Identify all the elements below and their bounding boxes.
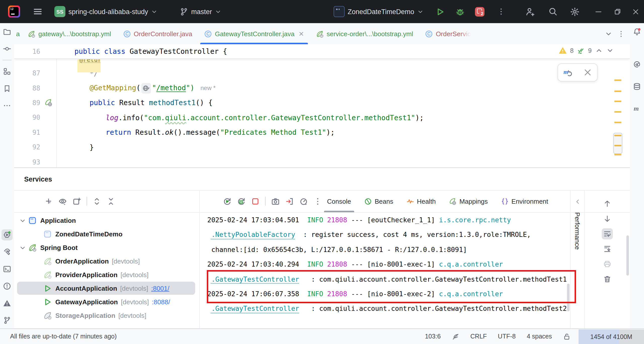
- search-everywhere-button[interactable]: [548, 0, 557, 23]
- warning-stripe-mark[interactable]: [614, 111, 621, 113]
- console-action-arrow-up[interactable]: [602, 198, 613, 209]
- service-url-link[interactable]: :8088/: [152, 298, 170, 306]
- warning-triangle-icon[interactable]: [559, 47, 567, 54]
- warning-stripe-mark[interactable]: [614, 154, 621, 155]
- stop-button[interactable]: 2: [475, 0, 485, 23]
- more-actions-button[interactable]: [497, 0, 505, 23]
- toolbar-eye[interactable]: [58, 197, 67, 205]
- sidebar-item-warning-filled[interactable]: [2, 298, 13, 309]
- sidebar-item-notifications-bell[interactable]: [631, 26, 642, 37]
- toolbar-exit-arrow[interactable]: [285, 197, 294, 205]
- run-configuration-widget[interactable]: ZonedDateTimeDemo: [334, 0, 424, 23]
- tree-row-providerapplication[interactable]: ProviderApplication[devtools]: [14, 268, 199, 282]
- sidebar-item-terminal[interactable]: [2, 264, 13, 275]
- toolbar-collapse-all[interactable]: [107, 197, 115, 205]
- code-editor[interactable]: 16public class GatewayTestController { @…: [14, 44, 630, 167]
- tree-row-spring boot[interactable]: Spring Boot: [14, 241, 199, 254]
- console-tab-console[interactable]: Console: [327, 190, 351, 212]
- toolbar-add[interactable]: [44, 197, 53, 205]
- status-item[interactable]: CRLF: [470, 333, 487, 340]
- chevron-down-icon[interactable]: [19, 244, 26, 251]
- toolbar-gauge[interactable]: [299, 197, 308, 205]
- debug-button[interactable]: [455, 0, 465, 23]
- sidebar-item-project-folder[interactable]: [2, 26, 13, 37]
- url-inlay[interactable]: [141, 83, 151, 93]
- console-scrollbar[interactable]: [567, 284, 570, 311]
- memory-indicator[interactable]: 1454 of 4100M: [579, 329, 644, 344]
- console-output[interactable]: 2025-02-24 17:03:04.501 INFO 21808 --- […: [200, 213, 571, 329]
- status-message[interactable]: All files are up-to-date (7 minutes ago): [10, 329, 117, 344]
- settings-button[interactable]: [570, 0, 580, 23]
- inspections-widget[interactable]: 89: [559, 47, 614, 54]
- sidebar-item-more-horizontal[interactable]: [2, 100, 13, 111]
- maven-reload-popup[interactable]: m: [557, 63, 598, 81]
- console-action-arrow-down[interactable]: [602, 213, 613, 224]
- minimize-button[interactable]: [595, 0, 602, 23]
- run-button[interactable]: [435, 0, 445, 23]
- sidebar-item-database[interactable]: [631, 81, 642, 92]
- console-tab-beans[interactable]: Beans: [364, 190, 393, 212]
- chevron-left-icon[interactable]: [574, 198, 581, 205]
- service-url-link[interactable]: :8001/: [151, 285, 169, 292]
- toolbar-kebab-menu[interactable]: [313, 197, 322, 205]
- tabbar-chevron-down[interactable]: [605, 30, 612, 37]
- restore-button[interactable]: [614, 0, 621, 23]
- sidebar-item-maven[interactable]: m: [631, 103, 642, 114]
- editor-tab[interactable]: COrderController.java: [117, 23, 198, 44]
- sidebar-item-ai-assistant[interactable]: [631, 59, 642, 70]
- toolbar-rerun[interactable]: [223, 197, 231, 205]
- sidebar-item-commit[interactable]: [2, 43, 13, 54]
- editor-tab[interactable]: COrderServic: [419, 23, 477, 44]
- editor-tab[interactable]: service-order\...\bootstrap.yml: [310, 23, 419, 44]
- check-squiggle-icon[interactable]: [577, 47, 585, 54]
- logger-link[interactable]: .GatewayTestController: [211, 275, 299, 283]
- status-item[interactable]: UTF-8: [498, 333, 516, 340]
- sidebar-item-problems-circle[interactable]: [2, 281, 13, 292]
- tree-row-application[interactable]: Application: [14, 214, 199, 227]
- sidebar-item-bookmarks[interactable]: [2, 83, 13, 94]
- main-menu-button[interactable]: [33, 0, 42, 23]
- warning-stripe-mark[interactable]: [614, 101, 621, 102]
- chevron-down-icon[interactable]: [19, 217, 26, 224]
- sidebar-item-build-hammer[interactable]: [2, 246, 13, 257]
- tree-row-gatewayapplication[interactable]: GatewayApplication[devtools]:8088/: [14, 295, 199, 309]
- editor-scrollbar[interactable]: [613, 133, 622, 154]
- toolbar-rerun-debug[interactable]: [237, 197, 246, 205]
- leaf-globe-icon[interactable]: [44, 99, 52, 107]
- console-action-soft-wrap[interactable]: [602, 228, 613, 239]
- console-action-trash[interactable]: [602, 274, 613, 285]
- close-button[interactable]: [632, 0, 639, 23]
- editor-tab[interactable]: CGatewayTestController.java✕: [198, 23, 310, 44]
- vcs-widget[interactable]: master: [180, 0, 222, 23]
- logger-link[interactable]: .NettyPoolableFactory: [211, 231, 295, 239]
- status-highlighting-level[interactable]: [452, 333, 459, 340]
- toolbar-stop[interactable]: [251, 197, 260, 205]
- tree-row-storageapplication[interactable]: StorageApplication[devtools]: [14, 309, 199, 322]
- error-stripe[interactable]: [614, 44, 621, 167]
- console-action-printer[interactable]: [602, 259, 613, 270]
- tab-partial[interactable]: a: [14, 23, 22, 44]
- tree-row-orderapplication[interactable]: OrderApplication[devtools]: [14, 254, 199, 268]
- performance-tab[interactable]: Performance: [574, 212, 581, 250]
- logger-link[interactable]: .GatewayTestController: [211, 305, 299, 313]
- tree-row-zoneddatetimedemo[interactable]: ZonedDateTimeDemo: [14, 227, 199, 241]
- tab-close-icon[interactable]: ✕: [299, 30, 304, 37]
- status-item[interactable]: 4 spaces: [527, 333, 552, 340]
- sidebar-item-structure[interactable]: [2, 66, 13, 77]
- float-close-x[interactable]: [583, 68, 592, 77]
- warning-stripe-mark[interactable]: [614, 91, 621, 92]
- chevron-up-icon[interactable]: [595, 47, 603, 54]
- status-item[interactable]: 103:6: [425, 333, 441, 340]
- toolbar-open-new-tab[interactable]: [72, 197, 81, 205]
- console-tab-mappings[interactable]: Mappings: [449, 190, 488, 212]
- editor-tab[interactable]: gateway\...\bootstrap.yml: [22, 23, 117, 44]
- chevron-down-icon[interactable]: [606, 47, 614, 54]
- sidebar-item-services[interactable]: [2, 229, 13, 240]
- code-with-me-button[interactable]: [525, 0, 535, 23]
- sidebar-item-git-branch[interactable]: [2, 315, 13, 326]
- warning-stripe-mark[interactable]: [614, 79, 621, 81]
- project-widget[interactable]: SS spring-cloud-alibaba-study: [54, 0, 158, 23]
- toolbar-camera[interactable]: [271, 197, 280, 205]
- tabbar-kebab-menu[interactable]: [617, 30, 625, 37]
- console-action-scroll-to-end[interactable]: [602, 243, 613, 254]
